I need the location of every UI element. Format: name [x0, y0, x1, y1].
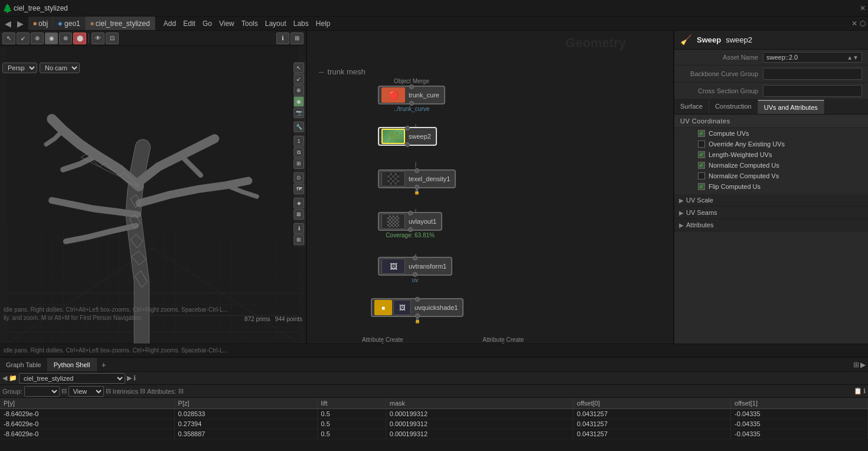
- asset-name-arrow[interactable]: ▲▼: [847, 54, 859, 61]
- uv-scale-section[interactable]: ▶ UV Scale: [674, 194, 868, 207]
- node-unity-material1[interactable]: Attribute Create ⚙ unity_material1 unity…: [461, 336, 546, 344]
- backbone-value[interactable]: [763, 68, 862, 80]
- path-tab-geo1[interactable]: ◆ geo1: [53, 17, 86, 30]
- tab-construction[interactable]: Construction: [709, 100, 758, 114]
- node-uvlayout1[interactable]: uvlayout1 Coverage: 63.81%: [378, 212, 442, 238]
- path-tab-obj[interactable]: ■ obj: [28, 17, 53, 30]
- side-tool-1[interactable]: 1: [293, 136, 304, 146]
- length-weighted-checkbox[interactable]: [698, 151, 705, 158]
- col-pz: P[z]: [174, 398, 317, 409]
- attributes-filter-icon[interactable]: ⊟: [178, 387, 184, 395]
- side-tool-9[interactable]: ⊞: [293, 234, 304, 245]
- group-collapse-icon[interactable]: ─: [319, 68, 324, 76]
- node-uvtransform1[interactable]: 🖼 uvtransform1 uv: [378, 257, 452, 283]
- bottom-tab-python-shell[interactable]: Python Shell: [48, 358, 97, 371]
- crosssection-value[interactable]: [763, 85, 862, 97]
- compute-uvs-checkbox[interactable]: [698, 130, 705, 137]
- visibility-btn[interactable]: 👁: [92, 32, 105, 44]
- tab-surface[interactable]: Surface: [674, 100, 709, 114]
- node-sweep2[interactable]: 🌿 sweep2: [378, 127, 437, 146]
- panel-close-icon[interactable]: ✕: [851, 19, 857, 28]
- menu-go[interactable]: Go: [199, 18, 216, 29]
- checkbox-flip-us[interactable]: Flip Computed Us: [674, 181, 868, 192]
- side-tool-camera[interactable]: 📷: [293, 107, 304, 118]
- bottom-toolbar-back[interactable]: ◀: [2, 374, 7, 382]
- menu-labs[interactable]: Labs: [290, 18, 312, 29]
- panel-body: Compute UVs Override Any Existing UVs Le…: [674, 128, 868, 344]
- checkbox-length-weighted[interactable]: Length-Weighted UVs: [674, 149, 868, 160]
- side-tool-3[interactable]: ⊞: [293, 158, 304, 169]
- nav-back[interactable]: ◀: [2, 19, 14, 28]
- menu-add[interactable]: Add: [160, 18, 180, 29]
- side-tool-4[interactable]: ⊙: [293, 172, 304, 183]
- select-tool2[interactable]: ↙: [17, 32, 30, 44]
- checkbox-normalize-vs[interactable]: Normalize Computed Vs: [674, 171, 868, 181]
- menu-layout[interactable]: Layout: [262, 18, 290, 29]
- viewport-extra-icon[interactable]: ⊞: [291, 32, 304, 44]
- cell: 0.358887: [174, 429, 317, 439]
- checkbox-override-uvs[interactable]: Override Any Existing UVs: [674, 139, 868, 149]
- view-select[interactable]: View: [68, 386, 104, 397]
- override-uvs-checkbox[interactable]: [698, 140, 705, 148]
- camera-tool[interactable]: ⊗: [59, 32, 72, 44]
- display-btn[interactable]: ⊡: [106, 32, 119, 44]
- menu-tools[interactable]: Tools: [238, 18, 262, 29]
- intrinsics-filter-icon[interactable]: ⊟: [140, 387, 145, 395]
- table-row[interactable]: -8.64029e-0 0.028533 0.5 0.000199312 0.0…: [0, 409, 868, 419]
- normalize-us-checkbox[interactable]: [698, 162, 705, 169]
- group-filter[interactable]: [24, 386, 60, 397]
- bottom-panel-split[interactable]: ⊞: [853, 361, 859, 369]
- uv-seams-section[interactable]: ▶ UV Seams: [674, 207, 868, 219]
- filter-icon[interactable]: ⊟: [61, 387, 67, 395]
- projection-dropdown[interactable]: Persp: [2, 63, 37, 73]
- table-settings-icon[interactable]: ℹ: [863, 387, 866, 395]
- side-tool-2[interactable]: ⧉: [293, 147, 304, 158]
- bottom-tab-graph-table[interactable]: Graph Table: [0, 358, 48, 371]
- window-close[interactable]: ✕: [860, 4, 866, 12]
- table-row[interactable]: -8.64029e-0 0.358887 0.5 0.000199312 0.0…: [0, 429, 868, 439]
- side-tool-arrow[interactable]: ↖: [293, 63, 304, 73]
- node-type-label: Sweep: [697, 35, 721, 44]
- side-tool-arrow2[interactable]: ↙: [293, 74, 304, 84]
- checkbox-compute-uvs[interactable]: Compute UVs: [674, 128, 868, 139]
- table-copy-icon[interactable]: 📋: [854, 387, 862, 395]
- path-tab-active[interactable]: ■ ciel_tree_stylized: [86, 17, 155, 30]
- viewport-info-icon[interactable]: ℹ: [276, 32, 289, 44]
- attributes-section[interactable]: ▶ Attributes: [674, 219, 868, 231]
- tab-uvs-attributes[interactable]: UVs and Attributes: [758, 100, 824, 114]
- col-lift: lift: [317, 398, 386, 409]
- table-row[interactable]: -8.64029e-0 0.27394 0.5 0.000199312 0.04…: [0, 419, 868, 429]
- camera-dropdown[interactable]: No cam: [40, 63, 80, 73]
- node-uvquickshade1[interactable]: ■ 🖼 uvquickshade1 🔒: [371, 298, 464, 323]
- node-unreal-material[interactable]: Attribute Create ⚙ unreal_material unrea…: [340, 336, 426, 344]
- stop-btn[interactable]: ⬤: [73, 32, 86, 44]
- normalize-vs-checkbox[interactable]: [698, 172, 705, 179]
- side-tool-7[interactable]: ⊠: [293, 209, 304, 220]
- panel-float-icon[interactable]: ⬡: [860, 19, 866, 28]
- node-trunk-cure[interactable]: Object Merge 🔴 trunk_cure ../trunk_curve: [378, 78, 445, 112]
- asset-name-value[interactable]: sweep::2.0 ▲▼: [763, 52, 862, 63]
- nav-forward[interactable]: ▶: [15, 19, 26, 28]
- menu-view[interactable]: View: [216, 18, 238, 29]
- side-tool-5[interactable]: 🗺: [293, 184, 304, 194]
- node-texel-density1[interactable]: texel_density1 🔒: [378, 169, 456, 195]
- side-tool-active[interactable]: ◉: [293, 96, 304, 107]
- view-tool[interactable]: ◉: [45, 32, 58, 44]
- checkbox-normalize-us[interactable]: Normalize Computed Us: [674, 160, 868, 171]
- side-tool-6[interactable]: ◈: [293, 198, 304, 208]
- menu-edit[interactable]: Edit: [180, 18, 199, 29]
- select-tool[interactable]: ↖: [2, 32, 15, 44]
- side-tool-8[interactable]: ℹ: [293, 223, 304, 234]
- side-tool-scale[interactable]: ⊕: [293, 85, 304, 96]
- view-filter-icon[interactable]: ⊟: [106, 387, 111, 395]
- bottom-info-icon[interactable]: ℹ: [133, 374, 136, 382]
- bottom-panel-settings[interactable]: ▶: [860, 361, 866, 369]
- flip-us-checkbox[interactable]: [698, 183, 705, 190]
- bottom-path-select[interactable]: ciel_tree_stylized: [19, 373, 125, 384]
- bottom-nav-icon[interactable]: ▶: [127, 374, 132, 382]
- new-tab-icon[interactable]: +: [97, 359, 111, 371]
- side-tool-snap[interactable]: 🔧: [293, 122, 304, 132]
- transform-tool[interactable]: ⊕: [31, 32, 44, 44]
- crosssection-row: Cross Section Group: [674, 83, 868, 100]
- menu-help[interactable]: Help: [312, 18, 334, 29]
